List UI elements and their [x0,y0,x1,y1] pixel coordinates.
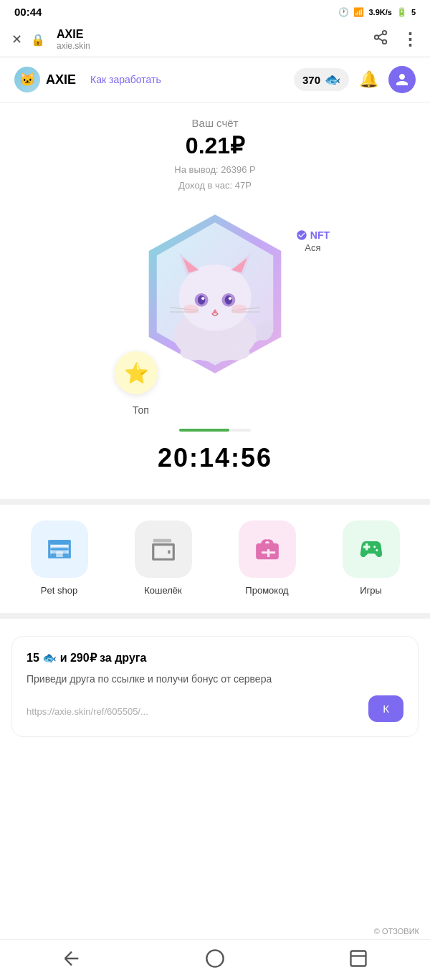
avatar[interactable] [388,66,416,93]
bottom-spacer [0,743,430,800]
alarm-icon: 🕐 [338,7,349,17]
top-label: Топ [133,404,149,416]
referral-copy-button[interactable]: К [368,695,403,722]
status-bar: 00:44 🕐 📶 3.9K/s 🔋 5 [0,0,430,22]
referral-section: 15 🐟 и 290₽ за друга Приведи друга по сс… [11,636,419,737]
petshop-icon [46,536,73,563]
svg-line-4 [378,34,383,37]
coins-count: 370 [302,74,320,86]
petshop-button[interactable]: Pet shop [31,520,88,596]
wallet-button[interactable]: Кошелёк [135,520,192,596]
games-button[interactable]: Игры [343,520,400,596]
close-icon[interactable]: ✕ [11,32,22,47]
nav-back-button[interactable] [62,948,82,969]
svg-rect-30 [351,951,366,966]
withdraw-info: На вывод: 26396 Р [14,162,416,178]
referral-description: Приведи друга по ссылке и получи бонус о… [27,672,403,687]
browser-bar-title: AXIE axie.skin [57,28,361,51]
tabs-icon [348,948,368,969]
lock-icon: 🔒 [31,33,45,47]
account-label: Ваш счёт [14,117,416,129]
coins-badge: 370 🐟 [294,68,349,91]
section-divider-2 [0,613,430,619]
petshop-label: Pet shop [41,585,77,596]
logo-area: 🐱 AXIE [14,67,76,92]
promo-button[interactable]: Промокод [239,520,296,596]
site-name: AXIE [57,28,361,41]
bottom-nav [0,939,430,980]
cat-wrapper: NFT Ася ⭐ Топ [93,208,337,423]
svg-point-27 [231,305,247,314]
gift-icon [254,536,281,563]
logo-icon: 🐱 [14,67,40,92]
svg-point-18 [229,297,231,300]
back-icon [62,948,82,969]
site-url: axie.skin [57,41,361,51]
cat-image [136,215,294,373]
svg-point-24 [181,346,208,361]
petshop-icon-bg [31,520,88,578]
nft-badge: NFT Ася [296,229,330,253]
games-icon-bg [343,520,400,578]
brand-name: AXIE [46,72,76,87]
referral-link[interactable]: https://axie.skin/ref/605505/... [27,706,361,717]
home-circle-icon [205,948,225,969]
svg-point-16 [225,295,233,305]
battery-info: 3.9K/s [368,8,391,16]
svg-point-25 [223,346,250,361]
bell-icon[interactable]: 🔔 [359,70,378,89]
svg-point-0 [383,31,387,35]
share-icon[interactable] [373,29,388,49]
nav-home-button[interactable] [205,948,225,969]
nav-right: 370 🐟 🔔 [294,66,416,93]
menu-icon[interactable]: ⋮ [401,29,419,49]
svg-line-3 [378,38,383,41]
spacer [0,619,430,630]
nft-label: NFT [310,229,330,241]
svg-point-17 [201,297,204,300]
status-icons: 🕐 📶 3.9K/s 🔋 5 [338,7,416,17]
gamepad-icon [358,536,385,563]
cat-section: NFT Ася ⭐ Топ 20:14:56 [0,201,430,499]
nft-badge-label: NFT [296,229,330,241]
games-label: Игры [360,585,382,596]
battery-level: 5 [411,8,416,16]
watermark: © OTЗОВИК [371,926,423,937]
logo-emoji: 🐱 [19,72,35,87]
wallet-label: Кошелёк [144,585,182,596]
svg-point-2 [383,40,387,44]
progress-bar-fill [179,429,229,432]
svg-point-26 [183,305,199,314]
account-balance: 0.21₽ [14,132,416,159]
account-section: Ваш счёт 0.21₽ На вывод: 26396 Р Доход в… [0,103,430,201]
check-circle-icon [296,229,307,241]
nav-tabs-button[interactable] [348,948,368,969]
wallet-icon [150,536,177,563]
cat-svg [140,219,290,369]
promo-label: Промокод [245,585,288,596]
browser-bar-left: ✕ 🔒 [11,32,45,47]
section-divider-1 [0,499,430,505]
browser-bar: ✕ 🔒 AXIE axie.skin ⋮ [0,22,430,57]
fish-icon: 🐟 [325,72,340,87]
account-details: На вывод: 26396 Р Доход в час: 47Р [14,162,416,194]
svg-point-15 [198,295,206,305]
cat-name: Ася [305,242,320,253]
timer: 20:14:56 [158,443,272,473]
action-buttons: Pet shop Кошелёк Промокод Игры [0,506,430,613]
earn-link[interactable]: Как заработать [90,74,161,85]
svg-point-8 [179,265,252,330]
top-nav: 🐱 AXIE Как заработать 370 🐟 🔔 [0,57,430,103]
browser-bar-right: ⋮ [373,29,419,49]
status-time: 00:44 [14,6,42,18]
referral-title: 15 🐟 и 290₽ за друга [27,651,403,665]
signal-icon: 📶 [353,7,364,17]
battery-icon: 🔋 [396,7,407,17]
svg-rect-28 [56,551,63,557]
promo-icon-bg [239,520,296,578]
svg-point-1 [375,35,379,39]
svg-point-29 [206,950,223,966]
progress-bar [179,429,251,432]
wallet-icon-bg [135,520,192,578]
income-info: Доход в час: 47Р [14,178,416,194]
